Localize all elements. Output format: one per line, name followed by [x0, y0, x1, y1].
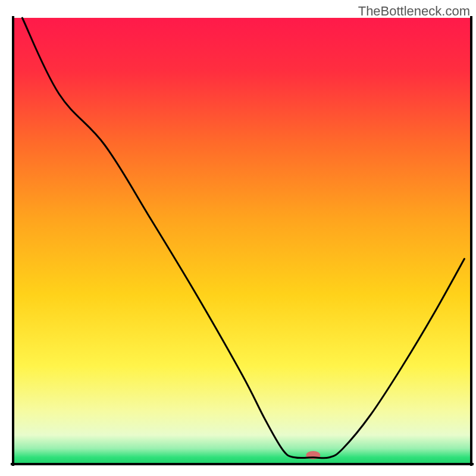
bottleneck-chart: [0, 0, 476, 476]
watermark-text: TheBottleneck.com: [358, 4, 470, 19]
chart-background: [13, 18, 471, 464]
chart-container: TheBottleneck.com: [0, 0, 476, 476]
